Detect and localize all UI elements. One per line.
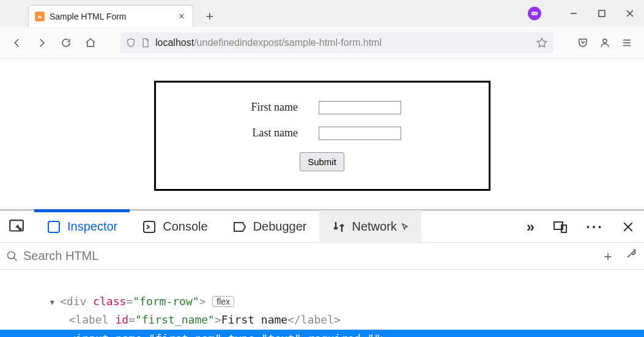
html-tree[interactable]: ▾<div class="form-row"> flex <label id="… bbox=[0, 270, 644, 337]
reload-button[interactable] bbox=[56, 33, 76, 53]
browser-toolbar: localhost/undefinedindexpost/sample-html… bbox=[0, 27, 644, 59]
browser-tab[interactable]: ஃ Sample HTML Form × bbox=[28, 5, 193, 27]
last-name-input[interactable] bbox=[319, 127, 401, 140]
tab-title: Sample HTML Form bbox=[50, 12, 172, 21]
selected-node[interactable]: <input name="first_nam" type="text" requ… bbox=[0, 330, 644, 337]
submit-button[interactable]: Submit bbox=[300, 152, 344, 171]
address-bar[interactable]: localhost/undefinedindexpost/sample-html… bbox=[120, 32, 553, 53]
app-menu-button[interactable] bbox=[617, 33, 637, 53]
svg-line-20 bbox=[14, 257, 17, 261]
svg-rect-13 bbox=[48, 221, 59, 232]
devtools-menu-button[interactable]: ··· bbox=[581, 218, 609, 235]
page-content: First name Last name Submit bbox=[0, 59, 644, 209]
account-button[interactable] bbox=[595, 33, 615, 53]
responsive-mode-button[interactable] bbox=[548, 220, 572, 234]
first-name-row: First name bbox=[243, 101, 401, 114]
devtools-close-button[interactable] bbox=[617, 221, 639, 233]
bookmark-star-icon[interactable] bbox=[536, 37, 547, 48]
cursor-icon bbox=[401, 223, 409, 231]
last-name-row: Last name bbox=[243, 127, 401, 140]
xampp-favicon-icon: ஃ bbox=[35, 12, 45, 21]
pocket-button[interactable] bbox=[573, 33, 593, 53]
forward-button[interactable] bbox=[32, 33, 51, 53]
new-tab-button[interactable]: + bbox=[199, 6, 220, 27]
url-text: localhost/undefinedindexpost/sample-html… bbox=[155, 37, 382, 48]
window-minimize-button[interactable] bbox=[560, 3, 588, 24]
tab-debugger[interactable]: Debugger bbox=[220, 210, 319, 243]
last-name-label: Last name bbox=[243, 127, 298, 139]
svg-point-8 bbox=[603, 39, 607, 43]
search-icon bbox=[6, 250, 18, 262]
devtools-panel: Inspector Console Debugger Network » ··· bbox=[0, 209, 644, 337]
svg-point-19 bbox=[8, 251, 15, 259]
more-tabs-button[interactable]: » bbox=[522, 218, 539, 235]
first-name-label: First name bbox=[243, 101, 298, 114]
tab-network[interactable]: Network bbox=[319, 210, 421, 243]
window-close-button[interactable] bbox=[616, 3, 644, 24]
shield-icon bbox=[126, 37, 136, 48]
toolbar-right-icons bbox=[573, 33, 637, 53]
titlebar-right bbox=[528, 0, 644, 27]
eyedropper-button[interactable] bbox=[626, 247, 638, 265]
svg-point-2 bbox=[533, 13, 534, 14]
devtools-search-bar: ＋ bbox=[0, 243, 644, 270]
tab-close-button[interactable]: × bbox=[177, 11, 187, 22]
home-button[interactable] bbox=[81, 33, 100, 53]
svg-point-3 bbox=[535, 13, 536, 14]
svg-rect-5 bbox=[599, 10, 605, 17]
element-picker-button[interactable] bbox=[5, 219, 28, 235]
window-titlebar: ஃ Sample HTML Form × + bbox=[0, 0, 644, 27]
page-icon bbox=[141, 38, 150, 48]
add-node-button[interactable]: ＋ bbox=[601, 247, 615, 265]
tab-inspector[interactable]: Inspector bbox=[34, 209, 130, 242]
tab-console[interactable]: Console bbox=[130, 210, 220, 243]
extension-badge-icon[interactable] bbox=[528, 7, 541, 20]
window-maximize-button[interactable] bbox=[588, 3, 616, 24]
devtools-tabs: Inspector Console Debugger Network » ··· bbox=[0, 210, 644, 243]
flex-badge[interactable]: flex bbox=[212, 296, 234, 307]
back-button[interactable] bbox=[7, 33, 27, 53]
first-name-input[interactable] bbox=[319, 101, 401, 114]
tab-strip: ஃ Sample HTML Form × + bbox=[0, 0, 220, 27]
sample-form: First name Last name Submit bbox=[154, 81, 490, 191]
search-html-input[interactable] bbox=[23, 249, 329, 263]
